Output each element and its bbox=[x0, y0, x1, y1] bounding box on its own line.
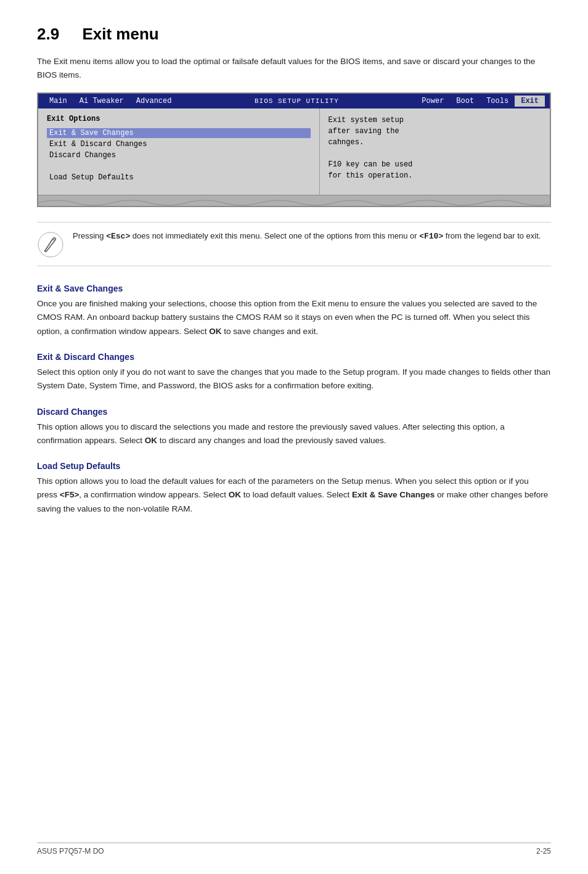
bios-bottom-wave bbox=[38, 195, 550, 206]
bios-help-line2: after saving the bbox=[329, 126, 542, 137]
bios-section-title: Exit Options bbox=[47, 115, 311, 123]
bios-help-line3: cahnges. bbox=[329, 137, 542, 148]
page-footer: ASUS P7Q57-M DO 2-25 bbox=[37, 843, 551, 856]
bios-screenshot: Main Ai Tweaker Advanced BIOS SETUP UTIL… bbox=[37, 92, 551, 207]
bios-menu-aitweaker: Ai Tweaker bbox=[73, 96, 130, 107]
bios-menu-power: Power bbox=[415, 96, 450, 107]
section-heading-discard: Discard Changes bbox=[37, 407, 551, 417]
bios-menu-advanced: Advanced bbox=[130, 96, 178, 107]
section-body-load-defaults: This option allows you to load the defau… bbox=[37, 475, 551, 516]
bios-left-panel: Exit Options Exit & Save Changes Exit & … bbox=[38, 108, 320, 195]
section-heading-load-defaults: Load Setup Defaults bbox=[37, 461, 551, 471]
bios-help-spacer bbox=[329, 148, 542, 159]
bios-help-line4: F10 key can be used bbox=[329, 159, 542, 170]
bios-title: BIOS SETUP UTILITY bbox=[178, 97, 415, 105]
sections-container: Exit & Save Changes Once you are finishe… bbox=[37, 284, 551, 516]
bios-menu-main: Main bbox=[43, 96, 73, 107]
bios-menu-items-right: Power Boot Tools Exit bbox=[415, 96, 545, 107]
footer-page-number: 2-25 bbox=[536, 847, 551, 856]
note-content: Pressing <Esc> does not immediately exit… bbox=[73, 230, 541, 243]
bios-option-load-defaults: Load Setup Defaults bbox=[47, 173, 311, 182]
bios-menu-exit: Exit bbox=[515, 96, 545, 107]
section-heading-exit-discard: Exit & Discard Changes bbox=[37, 352, 551, 362]
bios-option-spacer bbox=[47, 161, 311, 171]
footer-product: ASUS P7Q57-M DO bbox=[37, 847, 104, 856]
bios-help-line5: for this operation. bbox=[329, 170, 542, 181]
title-text: Exit menu bbox=[82, 25, 158, 43]
bios-option-exit-save: Exit & Save Changes bbox=[47, 128, 311, 138]
svg-point-0 bbox=[38, 232, 63, 257]
bios-menubar: Main Ai Tweaker Advanced BIOS SETUP UTIL… bbox=[38, 94, 550, 108]
intro-paragraph: The Exit menu items allow you to load th… bbox=[37, 55, 551, 81]
bios-help-line1: Exit system setup bbox=[329, 115, 542, 126]
bios-option-exit-discard: Exit & Discard Changes bbox=[47, 139, 311, 149]
section-body-exit-save: Once you are finished making your select… bbox=[37, 297, 551, 338]
note-box: Pressing <Esc> does not immediately exit… bbox=[37, 222, 551, 266]
bios-menu-boot: Boot bbox=[450, 96, 480, 107]
bios-menu-tools: Tools bbox=[480, 96, 515, 107]
page-title: 2.9 Exit menu bbox=[37, 25, 551, 44]
bios-right-panel: Exit system setup after saving the cahng… bbox=[320, 108, 550, 195]
section-number: 2.9 bbox=[37, 25, 59, 43]
section-heading-exit-save: Exit & Save Changes bbox=[37, 284, 551, 293]
note-icon bbox=[37, 231, 64, 258]
bios-option-discard: Discard Changes bbox=[47, 150, 311, 160]
bios-body: Exit Options Exit & Save Changes Exit & … bbox=[38, 108, 550, 195]
bios-menu-items: Main Ai Tweaker Advanced bbox=[43, 96, 178, 107]
section-body-discard: This option allows you to discard the se… bbox=[37, 420, 551, 448]
section-body-exit-discard: Select this option only if you do not wa… bbox=[37, 366, 551, 393]
